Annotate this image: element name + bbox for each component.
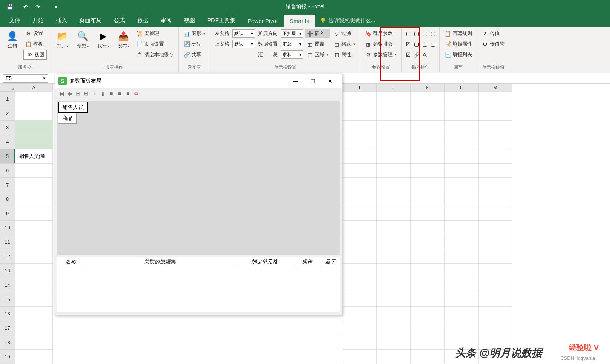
col-header-m[interactable]: M — [479, 84, 512, 92]
undo-button[interactable]: ↶ — [21, 2, 32, 12]
tab-home[interactable]: 开始 — [26, 14, 50, 27]
tab-powerpivot[interactable]: Power Pivot — [242, 15, 284, 27]
row-header-15[interactable]: 15 — [0, 292, 15, 307]
tell-me-search[interactable]: 💡 告诉我您想做什么... — [315, 14, 380, 27]
row-header-19[interactable]: 19 — [0, 350, 15, 364]
tab-data[interactable]: 数据 — [131, 14, 154, 27]
tab-formula[interactable]: 公式 — [108, 14, 131, 27]
row-header-2[interactable]: 2 — [0, 106, 15, 121]
change-button[interactable]: 🔄更改 — [182, 39, 207, 49]
region-button[interactable]: ▢区域 — [305, 50, 330, 60]
align-icon-5[interactable]: ≡ — [107, 90, 115, 97]
insert-button[interactable]: ➕插入 — [305, 29, 330, 38]
top-parent-select[interactable]: 默认▾ — [232, 40, 255, 48]
redo-button[interactable]: ↷ — [34, 2, 44, 12]
text-icon[interactable]: A — [421, 51, 428, 58]
col-header-j[interactable]: J — [377, 84, 411, 92]
col-bind[interactable]: 绑定单元格 — [235, 257, 294, 267]
row-header-3[interactable]: 3 — [0, 121, 15, 135]
tab-smartbi[interactable]: Smartbi — [284, 15, 315, 27]
row-header-17[interactable]: 17 — [0, 321, 15, 335]
col-header-i[interactable]: I — [343, 84, 377, 92]
grid-icon-1[interactable]: ▦ — [58, 90, 65, 97]
share-button[interactable]: 🔗共享 — [182, 50, 207, 60]
close-button[interactable]: ✕ — [321, 74, 339, 88]
preview-button[interactable]: 🔍预览 — [73, 29, 92, 51]
clear-cache-button[interactable]: 🗑清空本地缓存 — [135, 50, 175, 60]
row-header-5[interactable]: 5 — [0, 149, 15, 164]
settings-button[interactable]: ⚙设置 — [23, 29, 47, 38]
save-button[interactable]: 💾 — [5, 2, 15, 12]
cover-button[interactable]: ▦覆盖 — [305, 39, 330, 49]
select-all-button[interactable] — [0, 84, 15, 92]
control-icon-5[interactable]: ▢ — [413, 41, 420, 47]
control-icon-2[interactable]: ▢ — [413, 30, 420, 37]
maximize-button[interactable]: ☐ — [304, 74, 321, 88]
expand-dir-select[interactable]: 不扩展▾ — [281, 29, 303, 38]
row-header-13[interactable]: 13 — [0, 264, 15, 278]
fill-list-button[interactable]: 📃填报列表 — [443, 50, 474, 60]
left-parent-select[interactable]: 默认▾ — [232, 29, 255, 38]
macro-mgr-button[interactable]: 📜宏管理 — [135, 29, 175, 38]
publish-button[interactable]: 📤发布 — [114, 29, 133, 51]
col-header-l[interactable]: L — [445, 84, 479, 92]
row-header-18[interactable]: 18 — [0, 335, 15, 350]
dialog-canvas[interactable]: 销售人员 商品 — [57, 101, 340, 255]
row-header-7[interactable]: 7 — [0, 178, 15, 192]
tab-insert[interactable]: 插入 — [50, 14, 73, 27]
ref-param-button[interactable]: 🔖引用参数 — [363, 29, 398, 38]
delete-icon[interactable]: ⊗ — [132, 90, 140, 97]
col-show[interactable]: 显示 — [321, 257, 340, 267]
row-header-12[interactable]: 12 — [0, 249, 15, 264]
open-button[interactable]: 📂打开 — [53, 29, 72, 51]
fill-attr-button[interactable]: 📝填报属性 — [443, 39, 474, 49]
propagate-button[interactable]: ↗传值 — [480, 29, 506, 38]
row-header-11[interactable]: 11 — [0, 235, 15, 249]
col-action[interactable]: 操作 — [294, 257, 321, 267]
minimize-button[interactable]: — — [287, 74, 304, 88]
control-icon-6[interactable]: ▢ — [421, 41, 428, 47]
chart-button[interactable]: 📊图形 — [182, 29, 207, 38]
row-header-16[interactable]: 16 — [0, 307, 15, 321]
align-icon-6[interactable]: ≡ — [116, 90, 123, 97]
row-header-6[interactable]: 6 — [0, 164, 15, 178]
control-icon-7[interactable]: ▢ — [430, 41, 436, 47]
qat-customize[interactable]: ▾ — [50, 2, 61, 12]
col-header-k[interactable]: K — [411, 84, 445, 92]
param-mgr-button[interactable]: ⚙参数管理 — [363, 50, 398, 60]
name-box[interactable]: E5▾ — [3, 74, 48, 83]
align-icon-7[interactable]: ≡ — [124, 90, 131, 97]
control-icon-8[interactable]: 🔗 — [413, 51, 420, 58]
row-header-1[interactable]: 1 — [0, 92, 15, 106]
checkbox-icon-2[interactable]: ☑ — [405, 51, 411, 58]
align-icon-1[interactable]: ⊞ — [74, 90, 82, 97]
param-item-product[interactable]: 商品 — [58, 113, 77, 124]
row-header-10[interactable]: 10 — [0, 221, 15, 235]
dialog-titlebar[interactable]: S 参数面板布局 — ☐ ✕ — [55, 74, 342, 88]
property-button[interactable]: ▥属性 — [332, 50, 357, 60]
row-header-14[interactable]: 14 — [0, 278, 15, 292]
tab-pdf[interactable]: PDF工具集 — [201, 14, 242, 27]
param-layout-button[interactable]: ▦参数排版 — [363, 39, 398, 49]
propagate-mgr-button[interactable]: ⚙传值管 — [480, 39, 506, 49]
align-icon-2[interactable]: ⊟ — [83, 90, 90, 97]
control-icon-3[interactable]: ▢ — [421, 30, 428, 37]
total-select[interactable]: 求和▾ — [281, 50, 303, 59]
page-setup-button[interactable]: 📄页面设置 — [135, 39, 175, 49]
align-icon-4[interactable]: ⫿ — [99, 90, 107, 97]
grid-icon-2[interactable]: ▦ — [66, 90, 73, 97]
control-icon-1[interactable]: ▢ — [405, 30, 411, 37]
col-dataset[interactable]: 关联的数据集 — [84, 257, 235, 267]
data-setting-select[interactable]: 汇总▾ — [281, 40, 303, 48]
tab-pagelayout[interactable]: 页面布局 — [73, 14, 108, 27]
control-icon-4[interactable]: ▢ — [430, 30, 436, 37]
tab-view[interactable]: 视图 — [178, 14, 201, 27]
tab-review[interactable]: 审阅 — [154, 14, 178, 27]
view-button[interactable]: 👁视图 — [23, 50, 47, 60]
col-name[interactable]: 名称 — [57, 257, 84, 267]
cell-a5[interactable]: ↓销售人员(商 — [15, 149, 53, 164]
row-header-8[interactable]: 8 — [0, 192, 15, 206]
align-icon-3[interactable]: ⫴ — [91, 90, 98, 97]
format-button[interactable]: ▤格式 — [332, 39, 357, 49]
checkbox-icon[interactable]: ☑ — [405, 41, 411, 47]
